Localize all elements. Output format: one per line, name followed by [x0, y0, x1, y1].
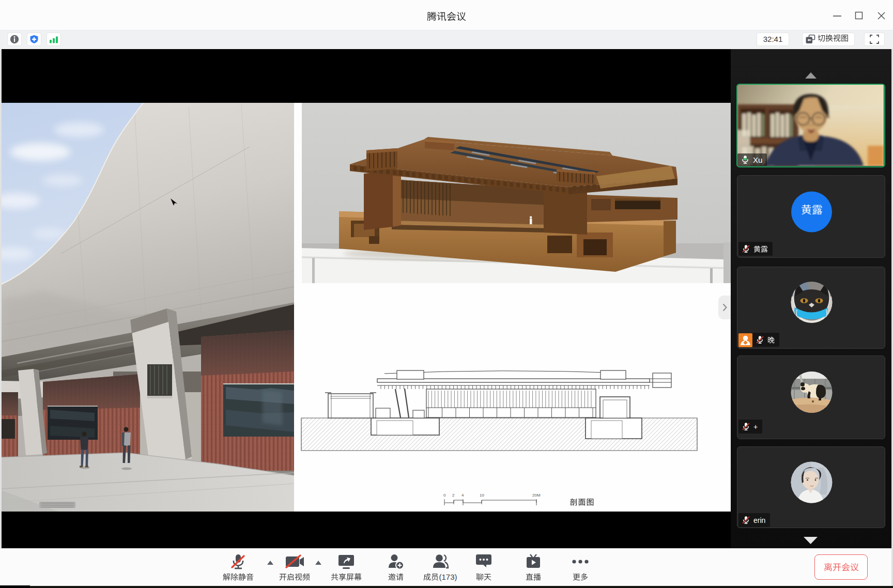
svg-text:0: 0 [443, 493, 446, 498]
svg-text:2: 2 [452, 493, 455, 498]
svg-text:4: 4 [461, 493, 464, 498]
svg-text:10: 10 [480, 493, 484, 498]
svg-text:20M: 20M [532, 493, 541, 498]
